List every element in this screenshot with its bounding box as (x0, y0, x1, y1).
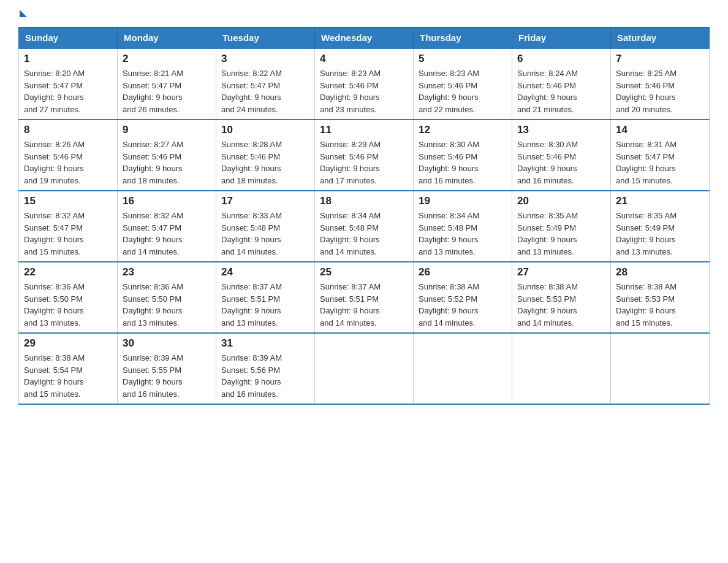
calendar-week-row: 8Sunrise: 8:26 AMSunset: 5:46 PMDaylight… (19, 120, 710, 191)
calendar-cell: 11Sunrise: 8:29 AMSunset: 5:46 PMDayligh… (315, 120, 414, 191)
day-info: Sunrise: 8:26 AMSunset: 5:46 PMDaylight:… (24, 139, 112, 186)
logo-triangle-icon (20, 10, 27, 17)
day-info: Sunrise: 8:38 AMSunset: 5:53 PMDaylight:… (517, 281, 605, 329)
day-number: 8 (24, 124, 112, 136)
logo (18, 12, 27, 13)
calendar-cell: 18Sunrise: 8:34 AMSunset: 5:48 PMDayligh… (315, 191, 414, 262)
day-number: 15 (24, 195, 112, 207)
day-number: 29 (24, 337, 112, 350)
day-info: Sunrise: 8:37 AMSunset: 5:51 PMDaylight:… (221, 281, 309, 329)
calendar-cell: 27Sunrise: 8:38 AMSunset: 5:53 PMDayligh… (512, 262, 611, 333)
day-number: 10 (221, 124, 309, 136)
day-number: 11 (320, 124, 408, 136)
column-header-wednesday: Wednesday (315, 28, 414, 49)
column-header-friday: Friday (512, 28, 611, 49)
day-info: Sunrise: 8:20 AMSunset: 5:47 PMDaylight:… (24, 67, 112, 115)
calendar-cell: 21Sunrise: 8:35 AMSunset: 5:49 PMDayligh… (611, 191, 710, 262)
calendar-cell: 20Sunrise: 8:35 AMSunset: 5:49 PMDayligh… (512, 191, 611, 262)
day-info: Sunrise: 8:38 AMSunset: 5:53 PMDaylight:… (616, 281, 704, 329)
calendar-cell: 15Sunrise: 8:32 AMSunset: 5:47 PMDayligh… (19, 191, 118, 262)
day-number: 28 (616, 266, 704, 278)
calendar-cell: 9Sunrise: 8:27 AMSunset: 5:46 PMDaylight… (118, 120, 216, 191)
calendar-cell: 30Sunrise: 8:39 AMSunset: 5:55 PMDayligh… (118, 333, 216, 404)
calendar-week-row: 15Sunrise: 8:32 AMSunset: 5:47 PMDayligh… (19, 191, 710, 262)
calendar-cell: 10Sunrise: 8:28 AMSunset: 5:46 PMDayligh… (216, 120, 315, 191)
calendar-cell: 25Sunrise: 8:37 AMSunset: 5:51 PMDayligh… (315, 262, 414, 333)
day-number: 5 (419, 53, 507, 65)
page-header (18, 12, 710, 16)
calendar-cell: 17Sunrise: 8:33 AMSunset: 5:48 PMDayligh… (216, 191, 315, 262)
calendar-cell: 14Sunrise: 8:31 AMSunset: 5:47 PMDayligh… (611, 120, 710, 191)
day-number: 13 (517, 124, 605, 136)
day-number: 2 (123, 53, 211, 65)
day-info: Sunrise: 8:35 AMSunset: 5:49 PMDaylight:… (517, 210, 605, 258)
day-info: Sunrise: 8:36 AMSunset: 5:50 PMDaylight:… (24, 281, 112, 329)
day-number: 23 (123, 266, 211, 278)
day-info: Sunrise: 8:36 AMSunset: 5:50 PMDaylight:… (123, 281, 211, 329)
day-info: Sunrise: 8:27 AMSunset: 5:46 PMDaylight:… (123, 139, 211, 186)
calendar-cell: 26Sunrise: 8:38 AMSunset: 5:52 PMDayligh… (414, 262, 512, 333)
day-number: 7 (616, 53, 704, 65)
calendar-header-row: SundayMondayTuesdayWednesdayThursdayFrid… (19, 28, 710, 49)
day-info: Sunrise: 8:34 AMSunset: 5:48 PMDaylight:… (320, 210, 408, 258)
day-number: 22 (24, 266, 112, 278)
day-number: 20 (517, 195, 605, 207)
calendar-week-row: 22Sunrise: 8:36 AMSunset: 5:50 PMDayligh… (19, 262, 710, 333)
day-info: Sunrise: 8:21 AMSunset: 5:47 PMDaylight:… (123, 67, 211, 115)
calendar-cell: 24Sunrise: 8:37 AMSunset: 5:51 PMDayligh… (216, 262, 315, 333)
calendar-cell: 5Sunrise: 8:23 AMSunset: 5:46 PMDaylight… (414, 48, 512, 120)
calendar-cell: 22Sunrise: 8:36 AMSunset: 5:50 PMDayligh… (19, 262, 118, 333)
day-info: Sunrise: 8:39 AMSunset: 5:55 PMDaylight:… (123, 352, 211, 400)
calendar-cell: 2Sunrise: 8:21 AMSunset: 5:47 PMDaylight… (118, 48, 216, 120)
day-info: Sunrise: 8:32 AMSunset: 5:47 PMDaylight:… (123, 210, 211, 258)
calendar-cell: 8Sunrise: 8:26 AMSunset: 5:46 PMDaylight… (19, 120, 118, 191)
day-number: 17 (221, 195, 309, 207)
column-header-tuesday: Tuesday (216, 28, 315, 49)
day-info: Sunrise: 8:39 AMSunset: 5:56 PMDaylight:… (221, 352, 309, 400)
calendar-week-row: 1Sunrise: 8:20 AMSunset: 5:47 PMDaylight… (19, 48, 710, 120)
day-info: Sunrise: 8:32 AMSunset: 5:47 PMDaylight:… (24, 210, 112, 258)
day-info: Sunrise: 8:23 AMSunset: 5:46 PMDaylight:… (320, 67, 408, 115)
day-number: 24 (221, 266, 309, 278)
day-number: 27 (517, 266, 605, 278)
calendar-cell (512, 333, 611, 404)
day-number: 14 (616, 124, 704, 136)
calendar-cell: 16Sunrise: 8:32 AMSunset: 5:47 PMDayligh… (118, 191, 216, 262)
calendar-cell: 3Sunrise: 8:22 AMSunset: 5:47 PMDaylight… (216, 48, 315, 120)
day-number: 25 (320, 266, 408, 278)
calendar-cell (315, 333, 414, 404)
day-info: Sunrise: 8:33 AMSunset: 5:48 PMDaylight:… (221, 210, 309, 258)
day-info: Sunrise: 8:29 AMSunset: 5:46 PMDaylight:… (320, 139, 408, 186)
day-info: Sunrise: 8:30 AMSunset: 5:46 PMDaylight:… (517, 139, 605, 186)
day-number: 31 (221, 337, 309, 350)
column-header-saturday: Saturday (611, 28, 710, 49)
calendar-table: SundayMondayTuesdayWednesdayThursdayFrid… (18, 27, 710, 405)
calendar-cell: 1Sunrise: 8:20 AMSunset: 5:47 PMDaylight… (19, 48, 118, 120)
day-info: Sunrise: 8:35 AMSunset: 5:49 PMDaylight:… (616, 210, 704, 258)
day-number: 26 (419, 266, 507, 278)
day-number: 19 (419, 195, 507, 207)
calendar-cell: 19Sunrise: 8:34 AMSunset: 5:48 PMDayligh… (414, 191, 512, 262)
day-number: 21 (616, 195, 704, 207)
column-header-monday: Monday (118, 28, 216, 49)
day-info: Sunrise: 8:28 AMSunset: 5:46 PMDaylight:… (221, 139, 309, 186)
day-info: Sunrise: 8:25 AMSunset: 5:46 PMDaylight:… (616, 67, 704, 115)
day-info: Sunrise: 8:23 AMSunset: 5:46 PMDaylight:… (419, 67, 507, 115)
calendar-cell: 6Sunrise: 8:24 AMSunset: 5:46 PMDaylight… (512, 48, 611, 120)
day-number: 12 (419, 124, 507, 136)
day-number: 1 (24, 53, 112, 65)
day-info: Sunrise: 8:37 AMSunset: 5:51 PMDaylight:… (320, 281, 408, 329)
day-number: 3 (221, 53, 309, 65)
calendar-cell: 23Sunrise: 8:36 AMSunset: 5:50 PMDayligh… (118, 262, 216, 333)
day-number: 18 (320, 195, 408, 207)
day-number: 30 (123, 337, 211, 350)
column-header-thursday: Thursday (414, 28, 512, 49)
calendar-cell: 4Sunrise: 8:23 AMSunset: 5:46 PMDaylight… (315, 48, 414, 120)
day-info: Sunrise: 8:38 AMSunset: 5:52 PMDaylight:… (419, 281, 507, 329)
day-number: 4 (320, 53, 408, 65)
day-info: Sunrise: 8:34 AMSunset: 5:48 PMDaylight:… (419, 210, 507, 258)
calendar-cell: 31Sunrise: 8:39 AMSunset: 5:56 PMDayligh… (216, 333, 315, 404)
day-info: Sunrise: 8:30 AMSunset: 5:46 PMDaylight:… (419, 139, 507, 186)
calendar-cell: 28Sunrise: 8:38 AMSunset: 5:53 PMDayligh… (611, 262, 710, 333)
day-info: Sunrise: 8:38 AMSunset: 5:54 PMDaylight:… (24, 352, 112, 400)
